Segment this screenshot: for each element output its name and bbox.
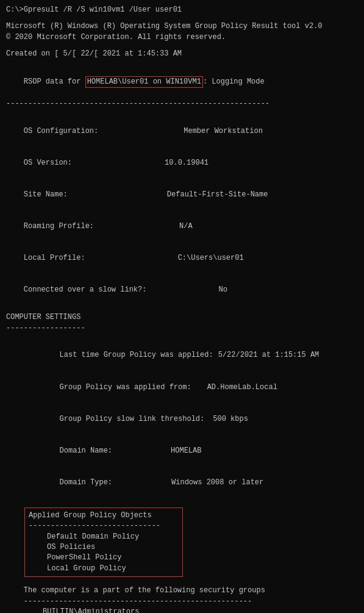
roaming-profile-line: Roaming Profile:N/A <box>6 211 358 243</box>
computer-applied-gpo-box: Applied Group Policy Objects -----------… <box>24 507 183 577</box>
os-version-label: OS Version: <box>24 159 72 167</box>
slow-link-threshold-label: Group Policy slow link threshold: <box>42 415 204 423</box>
applied-from-line: Group Policy was applied from:AD.HomeLab… <box>24 371 358 403</box>
security-groups-label: The computer is a part of the following … <box>6 586 358 596</box>
slow-link-threshold-line: Group Policy slow link threshold:500 kbp… <box>24 403 358 435</box>
os-version-line: OS Version:10.0.19041 <box>6 147 358 179</box>
slow-link-threshold-value: 500 kbps <box>213 415 248 423</box>
list-item: Local Group Policy <box>47 564 179 574</box>
local-profile-value: C:\Users\user01 <box>178 254 244 262</box>
slow-link-value: No <box>218 285 227 294</box>
last-time-line: Last time Group Policy was applied:5/22/… <box>24 340 358 371</box>
roaming-profile-value: N/A <box>179 222 193 231</box>
domain-name-label: Domain Name: <box>42 446 112 455</box>
rsop-line: RSOP data for HOMELAB\User01 on WIN10VM1… <box>6 66 358 99</box>
terminal-window: C:\>Gpresult /R /S win10vm1 /User user01… <box>6 5 358 613</box>
rsop-separator: ----------------------------------------… <box>6 99 358 109</box>
security-groups-list: BUILTIN\Administrators Everyone BUILTIN\… <box>6 607 358 613</box>
last-time-value: 5/22/2021 at 1:15:15 AM <box>218 351 319 359</box>
header-line2: © 2020 Microsoft Corporation. All rights… <box>6 32 358 43</box>
applied-from-value: AD.HomeLab.Local <box>207 383 277 392</box>
domain-type-value: Windows 2008 or later <box>171 478 263 487</box>
rsop-label: RSOP data for <box>24 77 85 86</box>
computer-settings-sep: ------------------ <box>6 323 358 334</box>
slow-link-label: Connected over a slow link?: <box>24 285 147 294</box>
domain-name-value: HOMELAB <box>171 446 201 455</box>
computer-applied-gpo-sep: ------------------------------ <box>29 521 179 531</box>
roaming-profile-label: Roaming Profile: <box>24 222 94 231</box>
local-profile-label: Local Profile: <box>24 254 85 262</box>
rsop-suffix: : Logging Mode <box>203 77 265 86</box>
computer-applied-gpo-items: Default Domain Policy OS Policies PowerS… <box>29 532 179 575</box>
applied-from-label: Group Policy was applied from: <box>42 383 191 392</box>
os-config-label: OS Configuration: <box>24 127 98 135</box>
domain-type-label: Domain Type: <box>42 478 112 487</box>
computer-settings-header: COMPUTER SETTINGS <box>6 312 358 323</box>
domain-type-line: Domain Type:Windows 2008 or later <box>24 467 358 499</box>
rsop-highlight: HOMELAB\User01 on WIN10VM1 <box>85 76 203 88</box>
os-version-value: 10.0.19041 <box>165 159 209 167</box>
list-item: BUILTIN\Administrators <box>43 607 358 613</box>
header-line1: Microsoft (R) Windows (R) Operating Syst… <box>6 21 358 32</box>
list-item: PowerShell Policy <box>47 553 179 563</box>
list-item: Default Domain Policy <box>47 532 179 542</box>
slow-link-line: Connected over a slow link?:No <box>6 274 358 306</box>
site-name-value: Default-First-Site-Name <box>167 190 268 199</box>
security-groups-sep: ----------------------------------------… <box>6 597 358 607</box>
domain-name-line: Domain Name:HOMELAB <box>24 435 358 467</box>
list-item: OS Policies <box>47 542 179 553</box>
command-prompt: C:\>Gpresult /R /S win10vm1 /User user01 <box>6 5 358 15</box>
site-name-line: Site Name:Default-First-Site-Name <box>6 179 358 210</box>
local-profile-line: Local Profile:C:\Users\user01 <box>6 243 358 274</box>
created-line: Created on [ 5/[ 22/[ 2021 at 1:45:33 AM <box>6 49 358 59</box>
site-name-label: Site Name: <box>24 190 68 199</box>
last-time-label: Last time Group Policy was applied: <box>42 351 213 359</box>
os-config-value: Member Workstation <box>184 127 263 135</box>
os-config-line: OS Configuration:Member Workstation <box>6 115 358 147</box>
computer-applied-gpo-title: Applied Group Policy Objects <box>29 511 179 521</box>
